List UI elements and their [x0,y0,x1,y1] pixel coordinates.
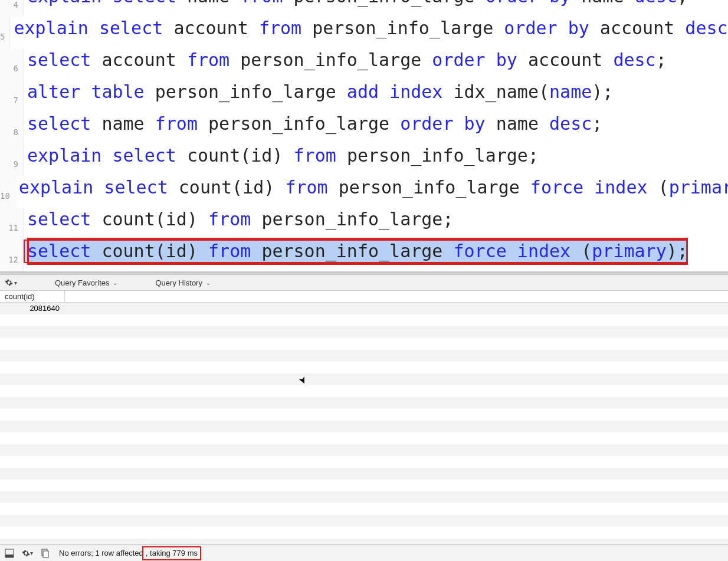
code-text[interactable]: select count(id) from person_info_large … [24,240,688,263]
line-number: 8 [0,112,24,144]
svg-rect-1 [5,555,14,557]
editor-line[interactable]: 7alter table person_info_large add index… [0,80,728,112]
code-text[interactable]: select account from person_info_large or… [24,48,667,72]
code-text[interactable]: explain select count(id) from person_inf… [24,144,539,168]
line-number: 4 [0,0,24,17]
query-history-label: Query History [155,278,202,287]
code-text[interactable]: alter table person_info_large add index … [24,80,613,104]
code-text[interactable]: select count(id) from person_info_large; [24,208,453,231]
status-bar: ▾ No errors; 1 row affected, taking 779 … [0,544,728,561]
line-number: 6 [0,48,24,80]
gear-icon [22,549,30,557]
status-settings-button[interactable]: ▾ [21,547,33,559]
sql-editor[interactable]: 4explain select name from person_info_la… [0,0,728,272]
code-text[interactable]: select name from person_info_large order… [24,112,602,136]
editor-line[interactable]: 11select count(id) from person_info_larg… [0,208,728,240]
line-number: 9 [0,144,24,176]
editor-line[interactable]: 6select account from person_info_large o… [0,48,728,80]
chevron-down-icon: ⌄ [113,280,117,286]
chevron-down-icon: ▾ [14,280,17,286]
layout-toggle-button[interactable] [4,547,15,559]
code-text[interactable]: explain select count(id) from person_inf… [15,176,728,199]
query-favorites-label: Query Favorites [55,278,109,287]
copy-results-button[interactable] [39,547,51,559]
query-toolbar: ▾ Query Favorites ⌄ Query History ⌄ [0,274,728,291]
line-number: 11 [0,208,24,240]
results-cell: 2081640 [0,303,65,314]
query-favorites-dropdown[interactable]: Query Favorites ⌄ [55,278,117,287]
editor-line[interactable]: 5explain select account from person_info… [0,17,728,48]
chevron-down-icon: ▾ [30,550,33,556]
query-settings-button[interactable]: ▾ [5,278,17,287]
line-number: 7 [0,80,24,112]
code-text[interactable]: explain select account from person_info_… [10,17,728,40]
gear-icon [5,278,13,287]
editor-line[interactable]: 4explain select name from person_info_la… [0,0,728,17]
results-column-header[interactable]: count(id) [0,291,65,302]
copy-icon [40,549,50,558]
editor-line[interactable]: 9explain select count(id) from person_in… [0,144,728,176]
editor-line[interactable]: 12select count(id) from person_info_larg… [0,240,728,271]
line-number: 12 [0,240,24,271]
results-grid[interactable]: count(id) 2081640 ➤ [0,291,728,544]
code-text[interactable]: explain select name from person_info_lar… [24,0,688,8]
editor-line[interactable]: 10explain select count(id) from person_i… [0,176,728,208]
svg-rect-3 [43,551,48,557]
line-number: 10 [0,176,15,208]
results-background-stripes [0,303,728,544]
line-number: 5 [0,17,10,48]
status-text: No errors; 1 row affected [59,549,143,557]
results-header-row: count(id) [0,291,728,303]
status-message: No errors; 1 row affected, taking 779 ms [59,546,201,560]
table-row[interactable]: 2081640 [0,303,728,314]
query-history-dropdown[interactable]: Query History ⌄ [155,278,210,287]
chevron-down-icon: ⌄ [206,280,211,286]
editor-line[interactable]: 8select name from person_info_large orde… [0,112,728,144]
status-timing: , taking 779 ms [142,546,201,560]
layout-icon [5,549,14,558]
